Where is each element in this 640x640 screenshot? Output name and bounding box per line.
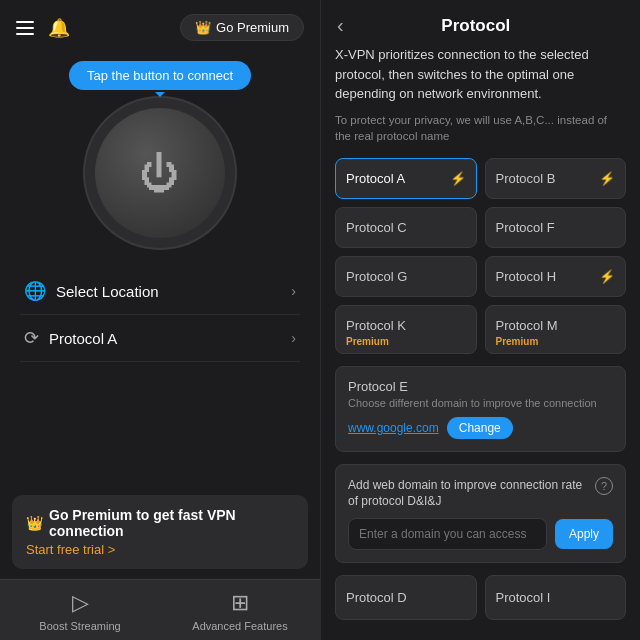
advanced-features-label: Advanced Features: [192, 620, 287, 632]
domain-input-field[interactable]: [348, 518, 547, 550]
protocol-h-button[interactable]: Protocol H ⚡: [485, 256, 627, 297]
protocol-m-button[interactable]: Protocol M Premium: [485, 305, 627, 354]
protocol-f-label: Protocol F: [496, 220, 555, 235]
connect-tooltip: Tap the button to connect: [69, 61, 251, 90]
protocol-a-button[interactable]: Protocol A ⚡: [335, 158, 477, 199]
protocol-k-button[interactable]: Protocol K Premium: [335, 305, 477, 354]
protocol-e-title: Protocol E: [348, 379, 613, 394]
select-location-label: Select Location: [56, 283, 159, 300]
protocol-c-label: Protocol C: [346, 220, 407, 235]
domain-input-card: Add web domain to improve connection rat…: [335, 464, 626, 564]
protocol-row[interactable]: ⟳ Protocol A ›: [20, 315, 300, 362]
power-button[interactable]: ⏻: [95, 108, 225, 238]
protocol-page-title: Protocol: [354, 16, 598, 36]
help-icon[interactable]: ?: [595, 477, 613, 495]
protocol-description-sub: To protect your privacy, we will use A,B…: [335, 112, 626, 144]
protocol-i-label: Protocol I: [496, 590, 551, 605]
domain-input-row: Apply: [348, 518, 613, 550]
right-body: X-VPN prioritizes connection to the sele…: [321, 45, 640, 634]
protocol-m-label: Protocol M: [496, 318, 558, 333]
change-domain-button[interactable]: Change: [447, 417, 513, 439]
left-header: 🔔 👑 Go Premium: [0, 0, 320, 51]
tab-boost-streaming[interactable]: ▷ Boost Streaming: [0, 590, 160, 632]
protocol-icon: ⟳: [24, 327, 39, 349]
protocol-label: Protocol A: [49, 330, 117, 347]
protocol-e-card: Protocol E Choose different domain to im…: [335, 366, 626, 452]
protocol-e-row: www.google.com Change: [348, 417, 613, 439]
protocol-e-domain-link[interactable]: www.google.com: [348, 421, 439, 435]
domain-input-header: Add web domain to improve connection rat…: [348, 477, 613, 511]
protocol-b-label: Protocol B: [496, 171, 556, 186]
menu-button[interactable]: [16, 21, 34, 35]
crown-banner-icon: 👑: [26, 515, 43, 531]
premium-banner-title: 👑 Go Premium to get fast VPN connection: [26, 507, 294, 539]
protocol-d-button[interactable]: Protocol D: [335, 575, 477, 620]
protocol-f-button[interactable]: Protocol F: [485, 207, 627, 248]
protocol-g-label: Protocol G: [346, 269, 407, 284]
chevron-right-icon: ›: [291, 283, 296, 299]
connect-area: Tap the button to connect ⏻ 🌐 Select Loc…: [0, 51, 320, 485]
crown-icon: 👑: [195, 20, 211, 35]
protocol-grid: Protocol A ⚡ Protocol B ⚡ Protocol C Pro…: [335, 158, 626, 354]
protocol-i-button[interactable]: Protocol I: [485, 575, 627, 620]
domain-input-label: Add web domain to improve connection rat…: [348, 477, 589, 511]
apply-button[interactable]: Apply: [555, 519, 613, 549]
boost-streaming-label: Boost Streaming: [39, 620, 120, 632]
bottom-protocol-grid: Protocol D Protocol I: [335, 575, 626, 620]
header-left: 🔔: [16, 17, 70, 39]
lightning-h-icon: ⚡: [599, 269, 615, 284]
lightning-b-icon: ⚡: [599, 171, 615, 186]
lightning-a-icon: ⚡: [450, 171, 466, 186]
chevron-right-icon-2: ›: [291, 330, 296, 346]
boost-streaming-icon: ▷: [72, 590, 89, 616]
start-free-trial-link[interactable]: Start free trial >: [26, 542, 294, 557]
protocol-b-button[interactable]: Protocol B ⚡: [485, 158, 627, 199]
protocol-g-button[interactable]: Protocol G: [335, 256, 477, 297]
right-header: ‹ Protocol: [321, 0, 640, 45]
protocol-d-label: Protocol D: [346, 590, 407, 605]
right-panel: ‹ Protocol X-VPN prioritizes connection …: [320, 0, 640, 640]
go-premium-button[interactable]: 👑 Go Premium: [180, 14, 304, 41]
protocol-c-button[interactable]: Protocol C: [335, 207, 477, 248]
protocol-a-label: Protocol A: [346, 171, 405, 186]
select-location-row[interactable]: 🌐 Select Location ›: [20, 268, 300, 315]
go-premium-label: Go Premium: [216, 20, 289, 35]
advanced-features-icon: ⊞: [231, 590, 249, 616]
bottom-tabs: ▷ Boost Streaming ⊞ Advanced Features: [0, 579, 320, 640]
protocol-k-label: Protocol K: [346, 318, 406, 333]
left-panel: 🔔 👑 Go Premium Tap the button to connect…: [0, 0, 320, 640]
globe-icon: 🌐: [24, 280, 46, 302]
protocol-description-main: X-VPN prioritizes connection to the sele…: [335, 45, 626, 104]
protocol-e-desc: Choose different domain to improve the c…: [348, 397, 613, 409]
protocol-k-premium-tag: Premium: [346, 336, 389, 347]
tab-advanced-features[interactable]: ⊞ Advanced Features: [160, 590, 320, 632]
protocol-m-premium-tag: Premium: [496, 336, 539, 347]
protocol-h-label: Protocol H: [496, 269, 557, 284]
notification-bell-icon[interactable]: 🔔: [48, 17, 70, 39]
back-button[interactable]: ‹: [337, 14, 344, 37]
power-icon: ⏻: [140, 151, 180, 196]
premium-banner: 👑 Go Premium to get fast VPN connection …: [12, 495, 308, 569]
